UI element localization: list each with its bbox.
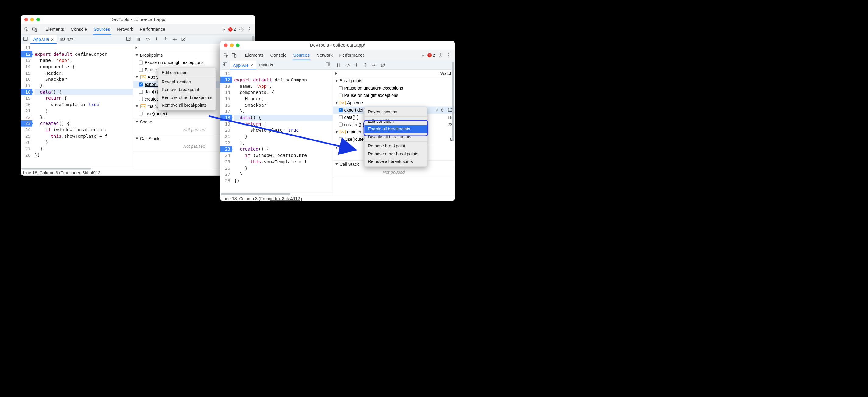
editor-pane: App.vue ✕ main.ts 1112131415161718192021… <box>21 35 133 170</box>
checkbox-icon[interactable]: ✓ <box>339 108 342 112</box>
menu-item-remove-breakpoint[interactable]: Remove breakpoint <box>365 142 427 150</box>
overflow-icon[interactable]: » <box>222 26 225 32</box>
cursor-position: Line 18, Column 3 (From <box>23 170 71 175</box>
pause-icon[interactable] <box>136 37 141 42</box>
deactivate-breakpoints-icon[interactable] <box>380 62 385 67</box>
file-badge-icon: <> <box>141 75 146 79</box>
checkbox-icon[interactable] <box>339 93 342 97</box>
menu-item-remove-other-breakpoints[interactable]: Remove other breakpoints <box>158 93 216 102</box>
step-over-icon[interactable] <box>145 37 150 42</box>
tab-console[interactable]: Console <box>270 50 287 60</box>
tab-sources[interactable]: Sources <box>94 24 110 34</box>
svg-line-36 <box>209 116 352 149</box>
pause-uncaught-row[interactable]: Pause on uncaught exceptions <box>333 84 455 92</box>
file-tab-main-ts[interactable]: main.ts <box>256 61 276 70</box>
error-count: 2 <box>433 52 435 58</box>
navigator-toggle-icon[interactable] <box>21 36 30 42</box>
step-icon[interactable] <box>172 37 177 42</box>
step-into-icon[interactable] <box>154 37 159 42</box>
error-badge[interactable]: ✕ 2 <box>228 27 236 32</box>
tab-elements[interactable]: Elements <box>245 50 264 60</box>
menu-item-edit-condition[interactable]: Edit condition <box>365 117 427 125</box>
v-scrollbar[interactable] <box>452 61 454 195</box>
menu-item-remove-all-breakpoints[interactable]: Remove all breakpoints <box>365 158 427 166</box>
menu-item-reveal-location[interactable]: Reveal location <box>158 78 216 86</box>
file-badge-icon: <> <box>340 101 345 105</box>
device-toolbar-icon[interactable] <box>232 53 237 58</box>
checkbox-icon[interactable] <box>139 61 143 64</box>
debugger-toggle-icon[interactable] <box>323 62 333 68</box>
step-over-icon[interactable] <box>345 62 350 67</box>
overflow-icon[interactable]: » <box>422 52 425 58</box>
tab-network[interactable]: Network <box>117 24 133 34</box>
tab-sources[interactable]: Sources <box>293 50 310 60</box>
tab-performance[interactable]: Performance <box>339 50 365 60</box>
minimize-window-icon[interactable] <box>30 18 34 21</box>
menu-item-disable-all-breakpoints[interactable]: Disable all breakpoints <box>365 133 427 141</box>
watch-header[interactable]: Watch <box>333 70 455 77</box>
trash-icon[interactable] <box>440 108 444 112</box>
menu-item-enable-all-breakpoints[interactable]: Enable all breakpoints <box>365 125 427 133</box>
close-window-icon[interactable] <box>224 43 227 47</box>
context-menu: Edit condition Reveal location Remove br… <box>158 68 216 110</box>
step-icon[interactable] <box>372 62 377 67</box>
h-scrollbar[interactable] <box>220 193 333 196</box>
deactivate-breakpoints-icon[interactable] <box>181 37 186 42</box>
svg-rect-26 <box>337 63 338 67</box>
tab-performance[interactable]: Performance <box>140 24 165 34</box>
inspect-icon[interactable] <box>223 53 228 58</box>
pause-icon[interactable] <box>336 62 341 67</box>
close-icon[interactable]: ✕ <box>250 63 253 67</box>
zoom-window-icon[interactable] <box>236 43 240 47</box>
tab-network[interactable]: Network <box>316 50 333 60</box>
menu-item-remove-other-breakpoints[interactable]: Remove other breakpoints <box>365 150 427 158</box>
annotation-arrow <box>204 113 359 156</box>
pause-caught-row[interactable]: Pause on caught exceptions <box>333 92 455 99</box>
debugger-toggle-icon[interactable] <box>124 36 133 42</box>
edit-icon[interactable] <box>435 108 439 112</box>
device-toolbar-icon[interactable] <box>32 27 37 32</box>
step-out-icon[interactable] <box>163 37 168 42</box>
checkbox-icon[interactable]: ✓ <box>139 82 143 86</box>
file-tab-app-vue[interactable]: App.vue✕ <box>230 61 256 70</box>
source-link[interactable]: index-8bfa4912.j <box>270 196 302 201</box>
checkbox-icon[interactable] <box>139 90 143 93</box>
kebab-icon[interactable]: ⋮ <box>446 52 451 58</box>
menu-item-reveal-location[interactable]: Reveal location <box>365 108 427 116</box>
close-window-icon[interactable] <box>24 18 28 21</box>
checkbox-icon[interactable] <box>139 97 143 101</box>
step-out-icon[interactable] <box>363 62 368 67</box>
file-tab-app-vue[interactable]: App.vue ✕ <box>30 35 57 44</box>
bp-line-number: 12 <box>446 108 452 113</box>
window-title: DevTools - coffee-cart.app/ <box>110 17 166 22</box>
inspect-icon[interactable] <box>24 27 29 32</box>
tab-console[interactable]: Console <box>71 24 87 34</box>
checkbox-icon[interactable] <box>139 68 143 72</box>
error-badge[interactable]: ✕ 2 <box>428 52 435 58</box>
h-scrollbar[interactable] <box>21 167 133 170</box>
menu-item-edit-condition[interactable]: Edit condition <box>158 69 216 77</box>
tab-elements[interactable]: Elements <box>45 24 64 34</box>
breakpoints-header[interactable]: Breakpoints <box>333 77 455 85</box>
gear-icon[interactable] <box>438 53 443 58</box>
svg-point-3 <box>241 29 242 30</box>
debugger-toolbar <box>333 61 455 70</box>
bp-file-app-vue[interactable]: <>App.vue <box>333 99 455 106</box>
svg-point-28 <box>347 66 348 67</box>
kebab-icon[interactable]: ⋮ <box>247 27 251 32</box>
minimize-window-icon[interactable] <box>230 43 234 47</box>
code-editor[interactable]: 111213141516171819202122232425262728 exp… <box>21 44 133 167</box>
step-into-icon[interactable] <box>354 62 359 67</box>
close-icon[interactable]: ✕ <box>51 37 54 42</box>
menu-item-remove-all-breakpoints[interactable]: Remove all breakpoints <box>158 102 216 109</box>
zoom-window-icon[interactable] <box>36 18 40 21</box>
svg-point-16 <box>176 39 177 40</box>
source-link[interactable]: index-8bfa4912.j <box>71 170 102 175</box>
menu-item-remove-breakpoint[interactable]: Remove breakpoint <box>158 86 216 94</box>
svg-rect-8 <box>137 38 138 41</box>
checkbox-icon[interactable] <box>339 86 342 90</box>
navigator-toggle-icon[interactable] <box>220 62 230 68</box>
gear-icon[interactable] <box>239 27 244 32</box>
file-tab-main-ts[interactable]: main.ts <box>57 35 76 44</box>
checkbox-icon[interactable] <box>139 112 143 115</box>
